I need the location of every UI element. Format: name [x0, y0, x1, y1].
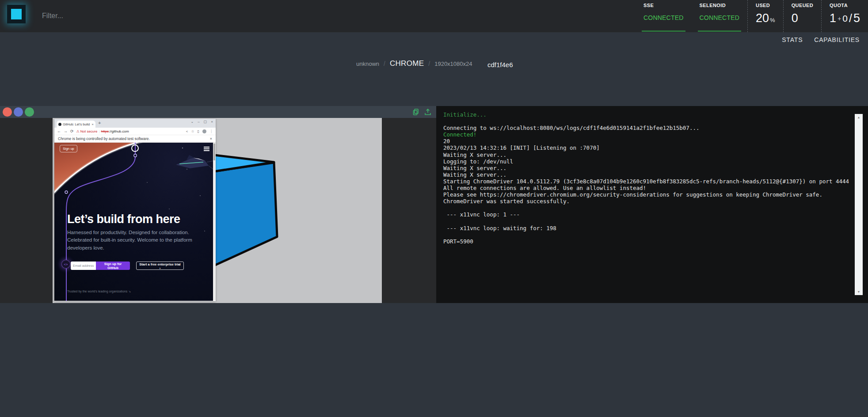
vnc-toolbar-icons	[412, 108, 432, 116]
maximize-icon[interactable]: ▢	[204, 120, 207, 124]
session-separator: /	[384, 60, 385, 67]
log-line: Starting ChromeDriver 104.0.5112.79 (3cf…	[443, 178, 850, 185]
page-scrollbar-thumb[interactable]	[213, 144, 215, 160]
profile-avatar[interactable]	[202, 129, 206, 133]
page-scrollbar[interactable]	[213, 143, 216, 301]
hamburger-menu-icon[interactable]	[204, 147, 209, 152]
log-line: --- x11vnc loop: 1 ---	[443, 211, 850, 218]
window-controls	[3, 107, 34, 117]
address-bar: ← → ⟳ ⚠ Not secure | https ://github.com…	[54, 128, 216, 135]
sse-label: SSE	[643, 3, 683, 8]
log-line: Connected!	[443, 131, 850, 138]
url-divider: |	[99, 129, 99, 133]
tab-stats[interactable]: STATS	[782, 36, 803, 43]
enterprise-trial-button[interactable]: Start a free enterprise trial ›	[136, 262, 184, 270]
quota-pending: 0	[842, 13, 848, 23]
log-line: Please see https://chromedriver.chromium…	[443, 191, 850, 198]
email-field[interactable]	[71, 262, 96, 270]
forward-icon[interactable]: →	[64, 129, 68, 133]
log-line: 2023/02/13 14:32:16 [INIT] [Listening on…	[443, 144, 850, 151]
sse-status-underline	[642, 30, 685, 32]
not-secure-warning-icon: ⚠	[76, 129, 80, 133]
log-line: PORT=5900	[443, 238, 850, 245]
session-row[interactable]: unknown / CHROME / 1920x1080x24	[356, 59, 472, 68]
vnc-screen[interactable]: GitHub: Let’s build from he… × + ⌄ – ▢ ×…	[53, 118, 382, 303]
close-icon[interactable]: ×	[211, 120, 213, 124]
quota-current: 1	[830, 11, 836, 25]
selenoid-status-underline	[698, 30, 741, 32]
used-unit: %	[770, 17, 775, 23]
github-favicon-icon	[58, 123, 61, 126]
queued-stat: QUEUED 0	[783, 0, 821, 32]
reload-icon[interactable]: ⟳	[70, 129, 74, 133]
github-signup-top-button[interactable]: Sign up	[60, 145, 77, 152]
address-bar-actions: < ☆ ▯ ⋮	[186, 129, 213, 133]
scroll-down-icon[interactable]: ▼	[855, 290, 863, 293]
quota-slash: /	[849, 12, 852, 24]
minimize-icon[interactable]: –	[198, 120, 199, 124]
url-host[interactable]: ://github.com	[109, 129, 129, 133]
log-line: 20	[443, 138, 850, 144]
tab-capabilities[interactable]: CAPABILITIES	[814, 36, 860, 43]
browser-tab[interactable]: GitHub: Let’s build from he… ×	[57, 121, 95, 128]
browser-window-controls: ⌄ – ▢ ×	[191, 120, 213, 124]
tab-close-icon[interactable]: ×	[91, 122, 94, 126]
infobar-text: Chrome is being controlled by automated …	[58, 136, 150, 141]
scroll-up-icon[interactable]: ▲	[855, 116, 863, 119]
bookmark-star-icon[interactable]: ☆	[191, 129, 194, 133]
back-icon[interactable]: ←	[57, 129, 61, 133]
subnav: STATS CAPABILITIES	[782, 36, 860, 43]
session-resolution: 1920x1080x24	[434, 61, 472, 67]
sse-status: SSE CONNECTED	[636, 0, 691, 32]
infobar-close-icon[interactable]: ×	[210, 136, 212, 141]
github-heading: Let’s build from here	[67, 212, 180, 226]
log-line	[443, 118, 850, 125]
selenoid-value: CONNECTED	[700, 14, 739, 21]
side-panel-icon[interactable]: ▯	[198, 129, 199, 133]
tab-search-icon[interactable]: ⌄	[191, 120, 194, 124]
github-signup-cta-button[interactable]: Sign up for GitHub	[96, 262, 130, 270]
quota-total: 5	[853, 11, 860, 25]
zoom-window-button[interactable]	[25, 107, 34, 117]
github-subtext: Harnessed for productivity. Designed for…	[67, 229, 197, 252]
session-separator: /	[428, 60, 430, 67]
tab-strip: GitHub: Let’s build from he… × + ⌄ – ▢ ×	[54, 119, 216, 128]
close-window-button[interactable]	[3, 107, 12, 117]
upload-icon[interactable]	[424, 108, 432, 116]
log-line	[443, 218, 850, 225]
vnc-pane: GitHub: Let’s build from he… × + ⌄ – ▢ ×…	[0, 118, 436, 303]
used-value: 20	[756, 11, 769, 25]
log-scrollbar[interactable]: ▲ ▼	[855, 114, 863, 295]
log-line: Waiting X server...	[443, 152, 850, 158]
selenoid-status: SELENOID CONNECTED	[692, 0, 747, 32]
github-hero-page: Sign up Let’s build from here Harnessed …	[54, 143, 216, 301]
log-line: --- x11vnc loop: waiting for: 198	[443, 225, 850, 231]
share-icon[interactable]: <	[186, 129, 188, 133]
log-line	[443, 231, 850, 238]
log-line: All remote connections are allowed. Use …	[443, 185, 850, 191]
new-tab-button[interactable]: +	[98, 120, 101, 125]
log-line: Connecting to ws://localhost:8080/ws/log…	[443, 125, 850, 131]
app-logo-icon[interactable]	[7, 5, 26, 23]
used-label: USED	[756, 3, 775, 8]
log-line: Waiting X server...	[443, 165, 850, 171]
github-logo-icon	[131, 144, 139, 152]
minimize-window-button[interactable]	[14, 107, 23, 117]
log-panel: Initialize... Connecting to ws://localho…	[436, 106, 868, 303]
filter-input[interactable]	[41, 8, 184, 24]
menu-dots-icon[interactable]: ⋮	[209, 129, 213, 133]
session-id[interactable]: cdf1f4e6	[487, 61, 513, 68]
url-scheme: https	[101, 129, 108, 133]
automation-infobar: Chrome is being controlled by automated …	[54, 135, 216, 143]
queued-value: 0	[792, 11, 813, 25]
log-content: Initialize... Connecting to ws://localho…	[443, 111, 850, 245]
code-badge-icon: <>	[61, 260, 70, 269]
used-stat: USED 20%	[747, 0, 783, 32]
trusted-orgs-text: Trusted by the world’s leading organizat…	[67, 290, 131, 293]
blue-cube-drawing	[211, 152, 282, 270]
copy-icon[interactable]	[412, 108, 420, 116]
quota-plus: +	[838, 15, 841, 22]
selenoid-label: SELENOID	[700, 3, 739, 8]
not-secure-label[interactable]: Not secure	[80, 129, 98, 133]
header: SSE CONNECTED SELENOID CONNECTED USED 20…	[0, 0, 868, 32]
